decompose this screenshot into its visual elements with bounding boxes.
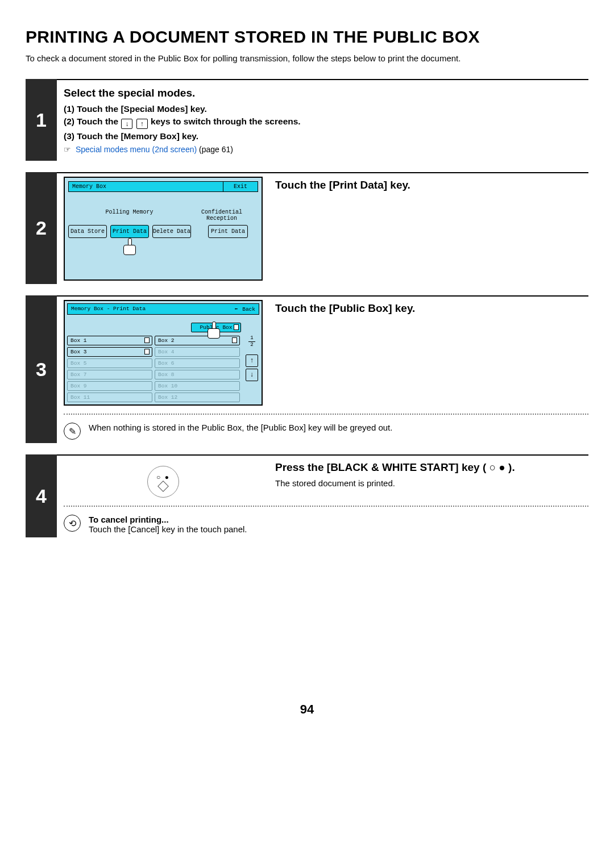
box-button[interactable]: Box 2 [155, 336, 240, 345]
box-button[interactable]: Box 3 [67, 347, 152, 357]
step4-heading-b: ). [508, 461, 515, 473]
circle-icon: ○ [489, 461, 496, 473]
step-1: 1 Select the special modes. (1) Touch th… [26, 79, 588, 161]
box-button: Box 6 [155, 358, 240, 368]
pointer-icon: ☞ [64, 145, 71, 154]
step-number-4: 4 [26, 454, 57, 537]
step-number-2: 2 [26, 172, 57, 284]
page-title: PRINTING A DOCUMENT STORED IN THE PUBLIC… [26, 27, 588, 47]
touch-finger-icon [206, 322, 222, 341]
page-number: 94 [26, 702, 588, 717]
box-button: Box 10 [155, 381, 240, 391]
scroll-up-button[interactable]: ↑ [246, 354, 258, 367]
step1-sub3: (3) Touch the [Memory Box] key. [64, 131, 588, 141]
step3-heading: Touch the [Public Box] key. [275, 302, 588, 315]
print-data-panel: Memory Box - Print Data ⬅ Back Public Bo… [64, 300, 263, 406]
page-top: 1 [248, 336, 255, 341]
document-icon [144, 349, 150, 354]
step4-body: The stored document is printed. [275, 478, 588, 488]
step-number-3: 3 [26, 295, 57, 443]
step-3: 3 Memory Box - Print Data ⬅ Back Public … [26, 295, 588, 443]
cancel-heading: To cancel printing... [89, 515, 247, 524]
step1-link-row: ☞ Special modes menu (2nd screen) (page … [64, 145, 588, 154]
step1-sub1: (1) Touch the [Special Modes] key. [64, 104, 588, 114]
step-2: 2 Memory Box Exit Polling Memory Confide… [26, 172, 588, 284]
page-ref: (page 61) [199, 145, 233, 154]
step3-note: When nothing is stored in the Public Box… [89, 423, 392, 432]
memory-box-panel: Memory Box Exit Polling Memory Confident… [64, 177, 263, 281]
touch-finger-icon [122, 238, 138, 257]
polling-memory-label: Polling Memory [68, 209, 190, 222]
print-data-button[interactable]: Print Data [110, 225, 149, 238]
filled-circle-icon: ● [499, 461, 505, 473]
step1-heading: Select the special modes. [64, 87, 588, 99]
box-button: Box 4 [155, 347, 240, 357]
special-modes-link[interactable]: Special modes menu (2nd screen) [76, 145, 197, 154]
box-button[interactable]: Box 1 [67, 336, 152, 345]
step2-heading: Touch the [Print Data] key. [275, 179, 588, 191]
box-button: Box 11 [67, 393, 152, 402]
box-button: Box 5 [67, 358, 152, 368]
panel3-title: Memory Box - Print Data [71, 306, 146, 312]
page-bottom: 2 [248, 343, 255, 348]
bw-start-key-icon: ○ ● [147, 466, 179, 498]
dashed-divider [64, 506, 588, 507]
exit-button[interactable]: Exit [223, 181, 258, 192]
dashed-divider [64, 414, 588, 415]
box-button: Box 12 [155, 393, 240, 402]
box-button: Box 7 [67, 370, 152, 379]
down-arrow-icon: ↓ [121, 119, 132, 129]
step4-heading-a: Press the [BLACK & WHITE START] key ( [275, 461, 486, 473]
box-button: Box 8 [155, 370, 240, 379]
step4-heading: Press the [BLACK & WHITE START] key ( ○ … [275, 461, 588, 474]
step1-sub2-prefix: (2) Touch the [64, 116, 121, 126]
print-data-button-2[interactable]: Print Data [208, 225, 248, 238]
document-icon [144, 337, 150, 343]
back-button[interactable]: ⬅ Back [234, 306, 255, 312]
note-icon: ✎ [64, 423, 81, 440]
data-store-button[interactable]: Data Store [68, 225, 107, 238]
document-icon [234, 324, 239, 330]
scroll-down-button[interactable]: ↓ [246, 369, 258, 381]
delete-data-button[interactable]: Delete Data [152, 225, 191, 238]
up-arrow-icon: ↑ [136, 119, 148, 129]
cancel-body: Touch the [Cancel] key in the touch pane… [89, 524, 247, 534]
cancel-icon: ⟲ [64, 515, 81, 532]
document-icon [232, 337, 237, 343]
step-4: 4 ○ ● Press the [BLACK & WHITE START] ke… [26, 454, 588, 537]
step1-sub2-suffix: keys to switch through the screens. [151, 116, 301, 126]
back-label: Back [242, 306, 255, 312]
step1-sub2: (2) Touch the ↓ ↑ keys to switch through… [64, 116, 588, 129]
confidential-reception-label: Confidential Reception [190, 209, 253, 222]
intro-text: To check a document stored in the Public… [26, 53, 588, 63]
panel2-title: Memory Box [68, 181, 223, 192]
box-button: Box 9 [67, 381, 152, 391]
step-number-1: 1 [26, 79, 57, 161]
left-arrow-icon: ⬅ [234, 306, 238, 312]
